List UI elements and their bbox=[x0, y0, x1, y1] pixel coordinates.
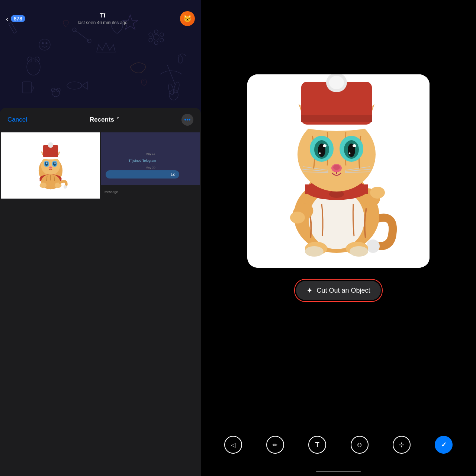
home-indicator bbox=[316, 471, 361, 472]
crop-icon: ⊹ bbox=[399, 441, 404, 449]
svg-point-39 bbox=[54, 163, 56, 164]
svg-rect-17 bbox=[178, 56, 182, 63]
bottom-toolbar: ◁ ✏ T ☺ ⊹ ✓ bbox=[201, 436, 476, 454]
svg-point-3 bbox=[35, 57, 39, 62]
svg-point-62 bbox=[305, 246, 324, 257]
tg-date-1: May 17 bbox=[104, 152, 196, 155]
picker-empty-area bbox=[0, 199, 201, 422]
recents-dropdown[interactable]: Recents ˅ bbox=[90, 116, 119, 123]
face-button[interactable]: ☺ bbox=[351, 436, 369, 454]
svg-point-2 bbox=[28, 57, 32, 62]
cut-out-object-button[interactable]: ✦ Cut Out an Object bbox=[296, 281, 380, 300]
draw-button[interactable]: ✏ bbox=[266, 436, 284, 454]
photo-picker: Cancel Recents ˅ ••• bbox=[0, 108, 201, 476]
cat-thumbnail-svg bbox=[30, 141, 71, 190]
svg-point-12 bbox=[160, 33, 164, 36]
svg-point-16 bbox=[149, 33, 152, 36]
svg-point-45 bbox=[48, 142, 53, 148]
contact-name: Tí bbox=[78, 12, 127, 19]
contact-avatar[interactable]: 🐱 bbox=[180, 11, 195, 26]
more-icon: ••• bbox=[184, 116, 191, 123]
svg-point-5 bbox=[51, 88, 55, 92]
cancel-button[interactable]: Cancel bbox=[7, 116, 27, 123]
svg-point-10 bbox=[153, 34, 159, 40]
tg-message-placeholder: Message bbox=[103, 190, 118, 194]
svg-point-23 bbox=[42, 42, 44, 44]
svg-point-22 bbox=[39, 39, 50, 50]
photo-thumbnail-1[interactable] bbox=[1, 132, 100, 199]
unread-badge: 878 bbox=[11, 15, 25, 22]
svg-rect-18 bbox=[22, 82, 32, 93]
more-options-button[interactable]: ••• bbox=[181, 114, 193, 126]
svg-point-85 bbox=[333, 165, 340, 170]
cutout-btn-border: ✦ Cut Out an Object bbox=[294, 279, 382, 302]
text-icon: T bbox=[315, 441, 319, 449]
tg-lo-msg: Lô bbox=[106, 170, 179, 178]
svg-point-80 bbox=[323, 144, 327, 147]
draw-icon: ✏ bbox=[273, 441, 277, 448]
svg-point-11 bbox=[154, 30, 158, 33]
cutout-button-wrapper: ✦ Cut Out an Object bbox=[294, 279, 382, 302]
confirm-button[interactable]: ✓ bbox=[435, 436, 453, 454]
svg-point-6 bbox=[57, 88, 60, 92]
crop-button[interactable]: ⊹ bbox=[393, 436, 411, 454]
photo-thumbnail-2[interactable]: May 17 Tí joined Telegram May 20 Lô Mess… bbox=[101, 132, 200, 199]
svg-point-14 bbox=[154, 41, 158, 45]
svg-line-7 bbox=[74, 30, 89, 41]
svg-point-82 bbox=[319, 152, 321, 154]
svg-point-15 bbox=[149, 38, 152, 42]
svg-point-38 bbox=[46, 163, 48, 164]
svg-point-40 bbox=[49, 167, 52, 169]
cat-main-svg bbox=[247, 74, 430, 268]
back-toolbar-button[interactable]: ◁ bbox=[224, 436, 242, 454]
face-icon: ☺ bbox=[356, 441, 363, 449]
back-button[interactable]: ‹ 878 bbox=[6, 15, 25, 23]
magic-wand-icon: ✦ bbox=[306, 286, 313, 295]
svg-point-52 bbox=[63, 185, 67, 189]
chat-title: Tí last seen 46 minutes ago bbox=[78, 12, 127, 25]
svg-line-21 bbox=[167, 65, 175, 84]
svg-point-50 bbox=[39, 183, 46, 188]
svg-point-1 bbox=[27, 59, 40, 75]
back-arrow-icon: ‹ bbox=[6, 15, 9, 23]
svg-point-26 bbox=[173, 81, 180, 93]
contact-status: last seen 46 minutes ago bbox=[78, 20, 127, 25]
telegram-preview: May 17 Tí joined Telegram May 20 Lô Mess… bbox=[101, 132, 200, 199]
photos-grid: May 17 Tí joined Telegram May 20 Lô Mess… bbox=[0, 132, 201, 199]
svg-point-58 bbox=[290, 212, 305, 223]
svg-point-64 bbox=[350, 246, 368, 257]
confirm-icon: ✓ bbox=[441, 441, 447, 449]
svg-point-81 bbox=[353, 144, 356, 147]
chat-header: ‹ 878 Tí last seen 46 minutes ago 🐱 bbox=[0, 0, 201, 30]
svg-point-25 bbox=[167, 83, 174, 95]
svg-point-13 bbox=[160, 38, 164, 42]
svg-point-83 bbox=[349, 152, 351, 154]
left-panel: ‹ 878 Tí last seen 46 minutes ago 🐱 Canc… bbox=[0, 0, 201, 476]
image-preview-container bbox=[247, 74, 430, 268]
picker-header: Cancel Recents ˅ ••• bbox=[0, 108, 201, 132]
svg-point-54 bbox=[366, 239, 380, 253]
svg-point-60 bbox=[370, 187, 385, 199]
right-panel: ✦ Cut Out an Object ◁ ✏ T ☺ ⊹ ✓ bbox=[201, 0, 476, 476]
tg-joined-msg: Tí joined Telegram bbox=[106, 157, 179, 165]
svg-rect-95 bbox=[301, 115, 372, 122]
text-button[interactable]: T bbox=[308, 436, 326, 454]
back-toolbar-icon: ◁ bbox=[231, 441, 235, 448]
recents-label: Recents bbox=[90, 116, 114, 123]
svg-point-37 bbox=[53, 162, 56, 166]
cat-main-image bbox=[247, 74, 430, 268]
chevron-down-icon: ˅ bbox=[116, 117, 119, 123]
svg-point-4 bbox=[52, 89, 60, 97]
tg-input-bar: Message bbox=[101, 185, 200, 199]
svg-point-24 bbox=[46, 42, 47, 44]
cutout-button-label: Cut Out an Object bbox=[316, 287, 370, 295]
svg-point-36 bbox=[45, 162, 48, 166]
svg-point-19 bbox=[67, 82, 82, 89]
svg-point-97 bbox=[329, 76, 344, 89]
tg-date-2: May 20 bbox=[104, 166, 196, 169]
